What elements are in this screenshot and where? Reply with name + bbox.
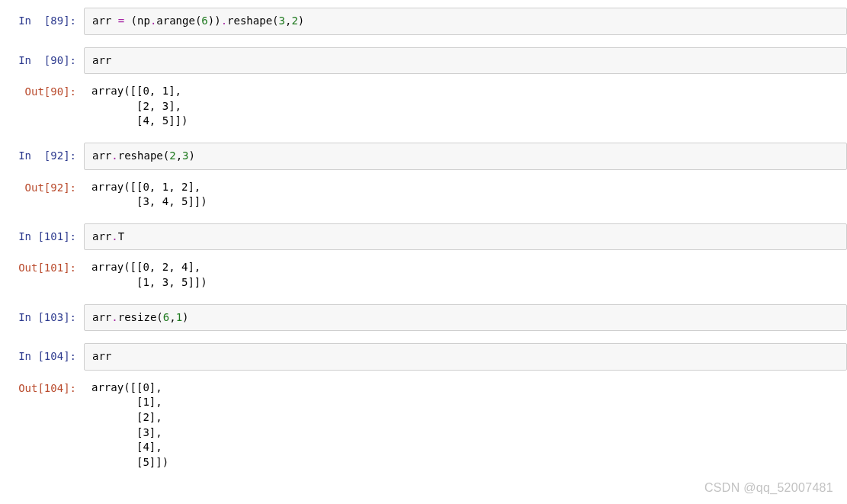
code-token: ( <box>272 14 278 27</box>
code-token: ) <box>182 311 188 323</box>
code-input[interactable]: arr.reshape(2,3) <box>84 143 847 170</box>
code-token: resize <box>118 311 157 323</box>
in-prompt: In [104]: <box>0 343 84 364</box>
watermark: CSDN @qq_52007481 <box>704 480 833 496</box>
out-prompt: Out[101]: <box>0 255 84 276</box>
code-token: 6 <box>201 14 207 27</box>
code-token: reshape <box>118 149 163 162</box>
cell-out-92: Out[92]: array([[0, 1, 2], [3, 4, 5]]) <box>0 175 847 211</box>
code-token: ) <box>189 149 195 162</box>
cell-out-101: Out[101]: array([[0, 2, 4], [1, 3, 5]]) <box>0 255 847 291</box>
gap <box>0 335 847 343</box>
code-token: . <box>111 230 117 242</box>
cell-in-92: In [92]: arr.reshape(2,3) <box>0 143 847 170</box>
code-input[interactable]: arr.T <box>84 223 847 251</box>
code-token: ( <box>163 149 169 162</box>
code-token: arr <box>92 149 111 162</box>
code-token: arr <box>92 14 118 27</box>
code-token: 2 <box>169 149 175 162</box>
code-token: ) <box>298 14 304 27</box>
code-token: 1 <box>176 311 182 323</box>
output-text: array([[0, 2, 4], [1, 3, 5]]) <box>84 255 847 291</box>
code-input[interactable]: arr = (np.arange(6)).reshape(3,2) <box>84 8 847 35</box>
code-token: = <box>118 14 124 27</box>
in-prompt: In [89]: <box>0 8 84 29</box>
code-token: 2 <box>291 14 297 27</box>
code-token: arr <box>92 311 111 323</box>
code-token: )) <box>208 14 221 27</box>
code-input[interactable]: arr <box>84 47 847 75</box>
code-token: 3 <box>279 14 285 27</box>
out-prompt: Out[104]: <box>0 375 84 396</box>
output-text: array([[0, 1], [2, 3], [4, 5]]) <box>84 79 847 130</box>
gap <box>0 297 847 304</box>
code-token: reshape <box>227 14 272 27</box>
code-token: arange <box>156 14 195 27</box>
code-token: arr <box>92 54 111 66</box>
in-prompt: In [103]: <box>0 304 84 326</box>
code-input[interactable]: arr <box>84 343 847 371</box>
code-token: , <box>169 311 175 323</box>
in-prompt: In [101]: <box>0 223 84 245</box>
code-token: arr <box>92 230 111 242</box>
in-prompt: In [92]: <box>0 143 84 164</box>
code-token: . <box>111 149 117 162</box>
code-token: 6 <box>163 311 169 323</box>
code-input[interactable]: arr.resize(6,1) <box>84 304 847 332</box>
code-token: . <box>221 14 227 27</box>
out-prompt: Out[90]: <box>0 79 84 100</box>
code-token: (np <box>124 14 150 27</box>
cell-in-101: In [101]: arr.T <box>0 223 847 251</box>
cell-in-90: In [90]: arr <box>0 47 847 75</box>
gap <box>0 40 847 47</box>
code-token: arr <box>92 350 111 362</box>
code-token: 3 <box>182 149 188 162</box>
out-prompt: Out[92]: <box>0 175 84 196</box>
code-token: , <box>176 149 182 162</box>
cell-out-90: Out[90]: array([[0, 1], [2, 3], [4, 5]]) <box>0 79 847 130</box>
cell-out-104: Out[104]: array([[0], [1], [2], [3], [4]… <box>0 375 847 472</box>
cell-in-103: In [103]: arr.resize(6,1) <box>0 304 847 332</box>
gap <box>0 216 847 223</box>
code-token: T <box>118 230 124 242</box>
gap <box>0 135 847 143</box>
code-token: . <box>111 311 117 323</box>
output-text: array([[0], [1], [2], [3], [4], [5]]) <box>84 375 847 472</box>
output-text: array([[0, 1, 2], [3, 4, 5]]) <box>84 175 847 211</box>
cell-in-89: In [89]: arr = (np.arange(6)).reshape(3,… <box>0 8 847 35</box>
in-prompt: In [90]: <box>0 47 84 69</box>
cell-in-104: In [104]: arr <box>0 343 847 371</box>
code-token: ( <box>156 311 162 323</box>
